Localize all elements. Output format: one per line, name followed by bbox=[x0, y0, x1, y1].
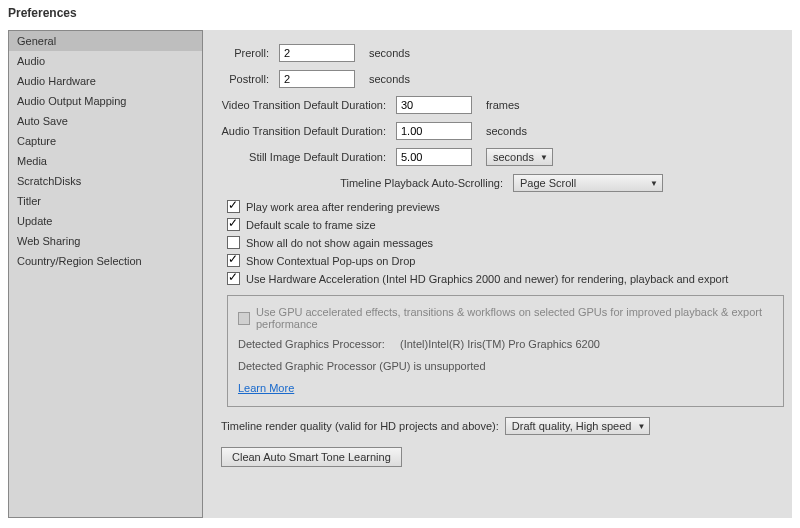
checkbox-icon bbox=[227, 254, 240, 267]
autoscroll-dropdown[interactable]: Page Scroll ▼ bbox=[513, 174, 663, 192]
sidebar-item-media[interactable]: Media bbox=[9, 151, 202, 171]
checkbox-icon bbox=[227, 200, 240, 213]
preferences-sidebar: GeneralAudioAudio HardwareAudio Output M… bbox=[8, 30, 203, 518]
detected-gpu: Detected Graphics Processor: (Intel)Inte… bbox=[238, 338, 773, 350]
window-title: Preferences bbox=[0, 0, 800, 26]
play-work-area-checkbox[interactable]: Play work area after rendering previews bbox=[227, 200, 784, 213]
still-image-input[interactable] bbox=[396, 148, 472, 166]
audio-transition-label: Audio Transition Default Duration: bbox=[221, 125, 396, 137]
postroll-label: Postroll: bbox=[221, 73, 279, 85]
detected-gpu-label: Detected Graphics Processor: bbox=[238, 338, 385, 350]
sidebar-item-general[interactable]: General bbox=[9, 31, 202, 51]
show-all-dont-checkbox[interactable]: Show all do not show again messages bbox=[227, 236, 784, 249]
gpu-accel-label: Use GPU accelerated effects, transitions… bbox=[256, 306, 773, 330]
checkbox-icon bbox=[227, 272, 240, 285]
contextual-popups-checkbox[interactable]: Show Contextual Pop-ups on Drop bbox=[227, 254, 784, 267]
show-all-dont-label: Show all do not show again messages bbox=[246, 237, 433, 249]
video-transition-input[interactable] bbox=[396, 96, 472, 114]
sidebar-item-audio-output-mapping[interactable]: Audio Output Mapping bbox=[9, 91, 202, 111]
sidebar-item-web-sharing[interactable]: Web Sharing bbox=[9, 231, 202, 251]
still-image-unit-value: seconds bbox=[493, 151, 534, 163]
checkbox-icon bbox=[227, 236, 240, 249]
chevron-down-icon: ▼ bbox=[540, 153, 548, 162]
sidebar-item-scratchdisks[interactable]: ScratchDisks bbox=[9, 171, 202, 191]
video-transition-unit: frames bbox=[472, 99, 520, 111]
postroll-input[interactable] bbox=[279, 70, 355, 88]
still-image-unit-dropdown[interactable]: seconds ▼ bbox=[486, 148, 553, 166]
sidebar-item-update[interactable]: Update bbox=[9, 211, 202, 231]
render-quality-label: Timeline render quality (valid for HD pr… bbox=[221, 420, 499, 432]
sidebar-item-audio[interactable]: Audio bbox=[9, 51, 202, 71]
preroll-unit: seconds bbox=[355, 47, 410, 59]
sidebar-item-audio-hardware[interactable]: Audio Hardware bbox=[9, 71, 202, 91]
audio-transition-unit: seconds bbox=[472, 125, 527, 137]
checkbox-icon bbox=[227, 218, 240, 231]
clean-smart-tone-button[interactable]: Clean Auto Smart Tone Learning bbox=[221, 447, 402, 467]
autoscroll-label: Timeline Playback Auto-Scrolling: bbox=[221, 177, 513, 189]
sidebar-item-country-region-selection[interactable]: Country/Region Selection bbox=[9, 251, 202, 271]
sidebar-item-auto-save[interactable]: Auto Save bbox=[9, 111, 202, 131]
learn-more-link[interactable]: Learn More bbox=[238, 382, 294, 394]
hw-accel-label: Use Hardware Acceleration (Intel HD Grap… bbox=[246, 273, 728, 285]
content: GeneralAudioAudio HardwareAudio Output M… bbox=[0, 26, 800, 526]
sidebar-item-titler[interactable]: Titler bbox=[9, 191, 202, 211]
render-quality-value: Draft quality, High speed bbox=[512, 420, 632, 432]
sidebar-item-capture[interactable]: Capture bbox=[9, 131, 202, 151]
audio-transition-input[interactable] bbox=[396, 122, 472, 140]
gpu-box: Use GPU accelerated effects, transitions… bbox=[227, 295, 784, 407]
default-scale-checkbox[interactable]: Default scale to frame size bbox=[227, 218, 784, 231]
autoscroll-value: Page Scroll bbox=[520, 177, 576, 189]
chevron-down-icon: ▼ bbox=[650, 179, 658, 188]
hw-accel-checkbox[interactable]: Use Hardware Acceleration (Intel HD Grap… bbox=[227, 272, 784, 285]
postroll-unit: seconds bbox=[355, 73, 410, 85]
preroll-label: Preroll: bbox=[221, 47, 279, 59]
chevron-down-icon: ▼ bbox=[637, 422, 645, 431]
play-work-area-label: Play work area after rendering previews bbox=[246, 201, 440, 213]
checkbox-icon bbox=[238, 312, 250, 325]
still-image-label: Still Image Default Duration: bbox=[221, 151, 396, 163]
gpu-unsupported: Detected Graphic Processor (GPU) is unsu… bbox=[238, 360, 773, 372]
render-quality-dropdown[interactable]: Draft quality, High speed ▼ bbox=[505, 417, 651, 435]
detected-gpu-value: (Intel)Intel(R) Iris(TM) Pro Graphics 62… bbox=[400, 338, 600, 350]
video-transition-label: Video Transition Default Duration: bbox=[221, 99, 396, 111]
gpu-accel-checkbox: Use GPU accelerated effects, transitions… bbox=[238, 306, 773, 330]
default-scale-label: Default scale to frame size bbox=[246, 219, 376, 231]
general-panel: Preroll: seconds Postroll: seconds Video… bbox=[203, 30, 792, 518]
preroll-input[interactable] bbox=[279, 44, 355, 62]
contextual-popups-label: Show Contextual Pop-ups on Drop bbox=[246, 255, 415, 267]
